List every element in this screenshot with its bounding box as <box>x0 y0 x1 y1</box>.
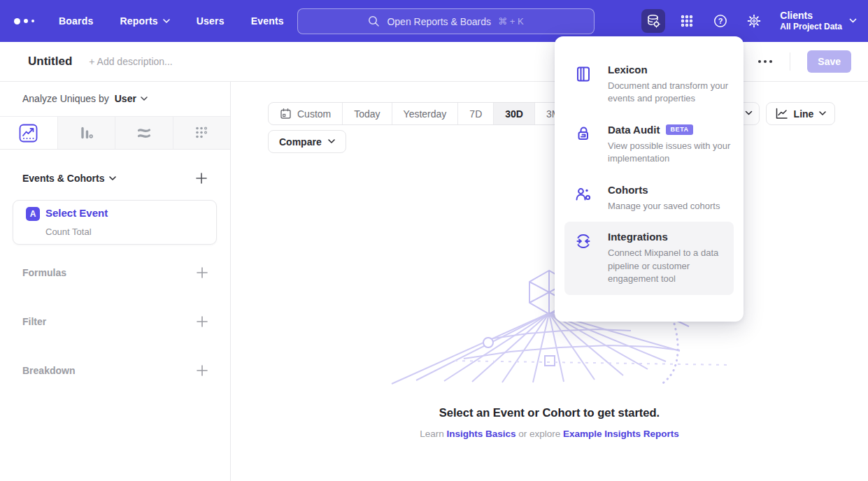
date-range-custom[interactable]: Custom <box>269 103 342 124</box>
beta-badge: BETA <box>666 124 692 135</box>
chevron-down-icon <box>163 19 170 24</box>
settings-gear-icon[interactable] <box>742 9 766 33</box>
tab-flows[interactable] <box>115 117 173 149</box>
nav-users[interactable]: Users <box>197 15 225 27</box>
search-shortcut: ⌘ + K <box>498 16 524 27</box>
apps-grid-icon[interactable] <box>675 9 699 33</box>
breakdown-section: Breakdown <box>0 361 231 382</box>
empty-state-heading: Select an Event or Cohort to get started… <box>231 406 868 419</box>
breakdown-label: Breakdown <box>22 365 75 376</box>
chevron-down-icon <box>328 139 335 144</box>
search-input[interactable]: Open Reports & Boards ⌘ + K <box>297 8 595 34</box>
data-management-icon[interactable] <box>641 9 665 33</box>
add-breakdown-button[interactable] <box>196 364 208 377</box>
event-letter-badge: A <box>26 207 40 221</box>
add-event-button[interactable] <box>195 172 208 185</box>
mixpanel-dots-logo[interactable] <box>14 18 46 24</box>
chart-type-selector[interactable]: Line <box>766 102 835 125</box>
menu-item-integrations[interactable]: Integrations Connect Mixpanel to a data … <box>564 222 734 294</box>
more-dots-icon[interactable] <box>757 59 773 64</box>
cohorts-people-icon <box>574 184 592 213</box>
date-range-30d[interactable]: 30D <box>493 103 534 124</box>
nav-events[interactable]: Events <box>251 15 284 27</box>
analyze-value: User <box>115 93 136 104</box>
chevron-down-icon <box>849 18 857 24</box>
save-button[interactable]: Save <box>807 50 851 73</box>
search-icon <box>368 15 380 27</box>
calendar-icon <box>280 108 292 120</box>
count-total-label[interactable]: Count Total <box>45 227 92 237</box>
date-range-yesterday[interactable]: Yesterday <box>392 103 458 124</box>
filter-label: Filter <box>22 316 46 327</box>
date-range-today[interactable]: Today <box>342 103 391 124</box>
retention-dots-icon <box>193 124 210 141</box>
line-chart-icon <box>775 108 788 120</box>
events-cohorts-header[interactable]: Events & Cohorts <box>22 173 116 184</box>
chevron-down-icon <box>109 176 116 181</box>
formulas-section: Formulas <box>0 264 231 285</box>
lexicon-book-icon <box>574 64 592 106</box>
tab-retention[interactable] <box>173 117 231 149</box>
chevron-down-icon <box>819 111 826 116</box>
analyze-prefix-label: Analyze Uniques by <box>22 93 109 104</box>
chevron-down-icon <box>745 110 753 116</box>
tab-insights-line[interactable] <box>0 117 57 149</box>
project-name: All Project Data <box>780 22 842 32</box>
analyze-uniques-selector[interactable]: Analyze Uniques by User <box>22 93 148 104</box>
report-canvas: Custom Today Yesterday 7D 30D 3M 6M Comp… <box>231 82 868 481</box>
empty-state-links: Learn Insights Basics or explore Example… <box>231 429 868 439</box>
add-formula-button[interactable] <box>196 266 208 279</box>
menu-item-data-audit[interactable]: Data Audit BETA View possible issues wit… <box>564 115 734 175</box>
nav-boards[interactable]: Boards <box>59 15 93 27</box>
chevron-down-icon <box>141 96 148 101</box>
add-description-field[interactable]: + Add description... <box>89 56 172 67</box>
data-audit-icon <box>574 124 592 166</box>
insights-basics-link[interactable]: Insights Basics <box>446 429 515 439</box>
project-switcher[interactable]: Clients All Project Data <box>780 10 857 33</box>
query-sidebar: Analyze Uniques by User Events & Cohorts… <box>0 82 231 481</box>
svg-text:?: ? <box>718 17 723 25</box>
top-nav: Boards Reports Users Events Open Reports… <box>0 0 868 42</box>
date-range-7d[interactable]: 7D <box>457 103 493 124</box>
search-placeholder: Open Reports & Boards <box>387 16 491 27</box>
data-management-dropdown: Lexicon Document and transform your even… <box>555 36 744 322</box>
example-insights-reports-link[interactable]: Example Insights Reports <box>563 429 679 439</box>
select-event-card[interactable]: A Select Event Count Total <box>13 200 217 245</box>
add-filter-button[interactable] <box>196 315 208 328</box>
integrations-sync-icon <box>574 231 592 285</box>
tab-bar-chart[interactable] <box>57 117 115 149</box>
org-name: Clients <box>780 10 842 22</box>
header-divider <box>790 52 790 71</box>
report-title[interactable]: Untitled <box>28 55 72 69</box>
compare-button[interactable]: Compare <box>268 130 346 153</box>
chart-type-tabs <box>0 116 230 150</box>
menu-item-lexicon[interactable]: Lexicon Document and transform your even… <box>564 55 734 115</box>
help-icon[interactable]: ? <box>709 9 732 33</box>
select-event-label: Select Event <box>45 207 108 219</box>
insights-line-chart-icon <box>19 124 38 143</box>
bar-chart-icon <box>78 124 94 141</box>
menu-item-cohorts[interactable]: Cohorts Manage your saved cohorts <box>564 175 734 222</box>
filter-section: Filter <box>0 313 231 333</box>
formulas-label: Formulas <box>22 267 66 278</box>
flows-icon <box>136 124 152 141</box>
nav-reports[interactable]: Reports <box>120 15 169 27</box>
